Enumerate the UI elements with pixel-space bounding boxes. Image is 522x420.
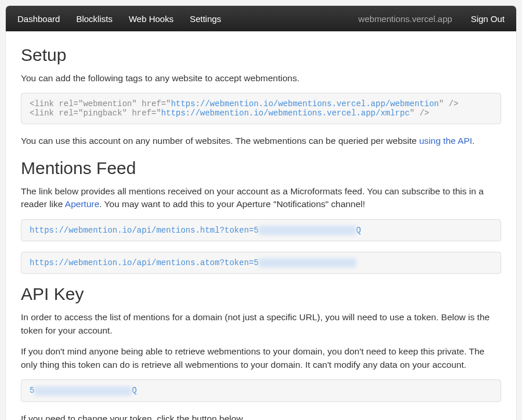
setup-intro: You can add the following tags to any we…	[21, 72, 501, 85]
feed-para1: The link below provides all mentions rec…	[21, 185, 501, 211]
nav-right: webmentions.vercel.app Sign Out	[358, 14, 505, 24]
nav-webhooks[interactable]: Web Hooks	[129, 14, 173, 24]
apikey-heading: API Key	[21, 284, 501, 304]
apikey-para2: If you don't mind anyone being able to r…	[21, 345, 501, 371]
nav-blocklists[interactable]: Blocklists	[76, 14, 113, 24]
feed-url-html: https://webmention.io/api/mentions.html?…	[21, 219, 501, 241]
webmention-url: https://webmention.io/webmentions.vercel…	[171, 99, 439, 108]
redacted-token: xxxxxxxxxxxxxxxxxxxx	[259, 258, 356, 267]
redacted-token: xxxxxxxxxxxxxxxxxxxx	[259, 226, 356, 235]
redacted-token: xxxxxxxxxxxxxxxxxxxx	[34, 386, 132, 396]
feed-url-atom: https://webmention.io/api/mentions.atom?…	[21, 252, 501, 274]
nav-settings[interactable]: Settings	[190, 14, 221, 24]
nav-left: Dashboard Blocklists Web Hooks Settings	[17, 14, 221, 24]
content: Setup You can add the following tags to …	[6, 31, 516, 420]
apikey-token: 5xxxxxxxxxxxxxxxxxxxxQ	[21, 379, 501, 401]
aperture-link[interactable]: Aperture	[65, 199, 99, 209]
setup-code-snippet: <link rel="webmention" href="https://web…	[21, 93, 501, 124]
pingback-url: https://webmention.io/webmentions.vercel…	[161, 108, 409, 118]
navbar: Dashboard Blocklists Web Hooks Settings …	[6, 6, 516, 31]
feed-heading: Mentions Feed	[21, 158, 501, 178]
apikey-para1: In order to access the list of mentions …	[21, 311, 501, 337]
nav-dashboard[interactable]: Dashboard	[17, 14, 60, 24]
setup-heading: Setup	[21, 45, 501, 65]
setup-para2: You can use this account on any number o…	[21, 135, 501, 147]
app-window: Dashboard Blocklists Web Hooks Settings …	[6, 6, 516, 420]
sign-out-link[interactable]: Sign Out	[471, 14, 505, 24]
using-the-api-link[interactable]: using the API	[419, 136, 472, 146]
apikey-para3: If you need to change your token, click …	[21, 412, 501, 420]
nav-domain: webmentions.vercel.app	[358, 14, 452, 24]
